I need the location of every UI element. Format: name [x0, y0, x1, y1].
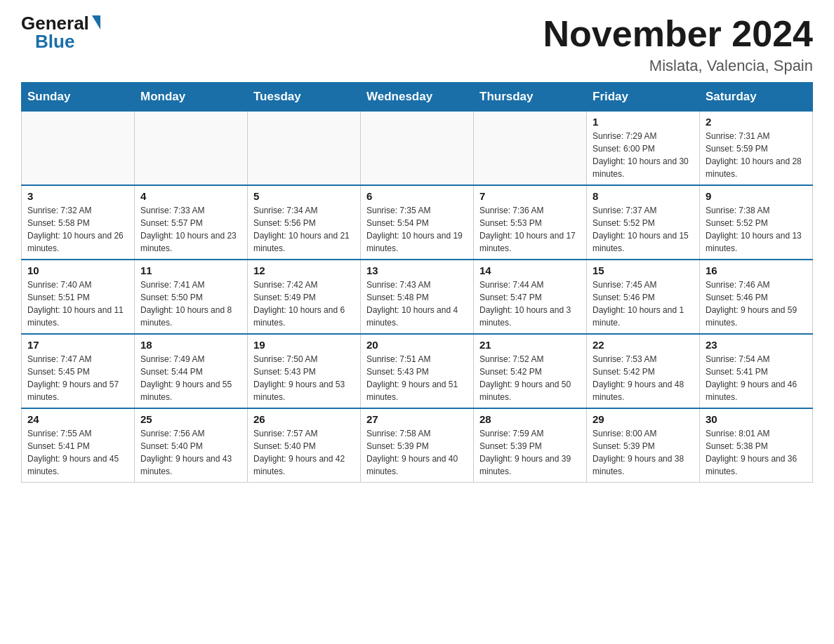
day-number: 4 [140, 190, 241, 202]
day-header-wednesday: Wednesday [361, 83, 474, 112]
day-header-monday: Monday [135, 83, 248, 112]
calendar-cell: 8Sunrise: 7:37 AMSunset: 5:52 PMDaylight… [587, 185, 700, 260]
day-info: Sunrise: 7:37 AMSunset: 5:52 PMDaylight:… [593, 204, 694, 255]
calendar-cell: 3Sunrise: 7:32 AMSunset: 5:58 PMDaylight… [22, 185, 135, 260]
logo-triangle-icon [92, 15, 100, 29]
calendar-cell: 20Sunrise: 7:51 AMSunset: 5:43 PMDayligh… [361, 334, 474, 408]
day-number: 2 [706, 116, 807, 128]
calendar-cell: 22Sunrise: 7:53 AMSunset: 5:42 PMDayligh… [587, 334, 700, 408]
day-info: Sunrise: 7:40 AMSunset: 5:51 PMDaylight:… [27, 279, 128, 329]
day-header-thursday: Thursday [474, 83, 587, 112]
day-info: Sunrise: 7:55 AMSunset: 5:41 PMDaylight:… [27, 427, 128, 478]
day-info: Sunrise: 7:51 AMSunset: 5:43 PMDaylight:… [366, 353, 468, 403]
title-section: November 2024 Mislata, Valencia, Spain [543, 14, 813, 75]
day-info: Sunrise: 7:29 AMSunset: 6:00 PMDaylight:… [593, 130, 694, 180]
day-number: 7 [479, 190, 581, 202]
day-info: Sunrise: 7:57 AMSunset: 5:40 PMDaylight:… [253, 427, 355, 478]
calendar-cell: 11Sunrise: 7:41 AMSunset: 5:50 PMDayligh… [135, 260, 248, 334]
day-number: 26 [253, 413, 355, 425]
calendar-cell: 9Sunrise: 7:38 AMSunset: 5:52 PMDaylight… [700, 185, 813, 260]
logo: General Blue [21, 14, 100, 51]
day-header-saturday: Saturday [700, 83, 813, 112]
day-info: Sunrise: 7:52 AMSunset: 5:42 PMDaylight:… [479, 353, 581, 403]
day-number: 28 [479, 413, 581, 425]
day-info: Sunrise: 7:38 AMSunset: 5:52 PMDaylight:… [706, 204, 807, 255]
calendar-cell: 24Sunrise: 7:55 AMSunset: 5:41 PMDayligh… [22, 408, 135, 483]
calendar-cell: 15Sunrise: 7:45 AMSunset: 5:46 PMDayligh… [587, 260, 700, 334]
calendar-cell [135, 112, 248, 186]
day-number: 13 [366, 264, 468, 276]
calendar-cell: 6Sunrise: 7:35 AMSunset: 5:54 PMDaylight… [361, 185, 474, 260]
calendar-cell: 30Sunrise: 8:01 AMSunset: 5:38 PMDayligh… [700, 408, 813, 483]
calendar-subtitle: Mislata, Valencia, Spain [543, 57, 813, 75]
calendar-cell [248, 112, 361, 186]
calendar-cell: 17Sunrise: 7:47 AMSunset: 5:45 PMDayligh… [22, 334, 135, 408]
day-number: 25 [140, 413, 241, 425]
calendar-cell [361, 112, 474, 186]
calendar-cell: 7Sunrise: 7:36 AMSunset: 5:53 PMDaylight… [474, 185, 587, 260]
calendar-cell: 26Sunrise: 7:57 AMSunset: 5:40 PMDayligh… [248, 408, 361, 483]
calendar-cell: 10Sunrise: 7:40 AMSunset: 5:51 PMDayligh… [22, 260, 135, 334]
logo-general-text: General [21, 14, 89, 32]
day-info: Sunrise: 7:41 AMSunset: 5:50 PMDaylight:… [140, 279, 241, 329]
calendar-cell: 27Sunrise: 7:58 AMSunset: 5:39 PMDayligh… [361, 408, 474, 483]
day-number: 16 [706, 264, 807, 276]
day-number: 8 [593, 190, 694, 202]
day-info: Sunrise: 7:56 AMSunset: 5:40 PMDaylight:… [140, 427, 241, 478]
calendar-cell: 1Sunrise: 7:29 AMSunset: 6:00 PMDaylight… [587, 112, 700, 186]
day-header-tuesday: Tuesday [248, 83, 361, 112]
day-info: Sunrise: 7:31 AMSunset: 5:59 PMDaylight:… [706, 130, 807, 180]
calendar-cell: 2Sunrise: 7:31 AMSunset: 5:59 PMDaylight… [700, 112, 813, 186]
day-number: 20 [366, 339, 468, 351]
day-number: 30 [706, 413, 807, 425]
day-info: Sunrise: 7:42 AMSunset: 5:49 PMDaylight:… [253, 279, 355, 329]
calendar-cell: 29Sunrise: 8:00 AMSunset: 5:39 PMDayligh… [587, 408, 700, 483]
calendar-cell: 23Sunrise: 7:54 AMSunset: 5:41 PMDayligh… [700, 334, 813, 408]
day-info: Sunrise: 7:49 AMSunset: 5:44 PMDaylight:… [140, 353, 241, 403]
day-info: Sunrise: 7:35 AMSunset: 5:54 PMDaylight:… [366, 204, 468, 255]
day-header-sunday: Sunday [22, 83, 135, 112]
calendar-cell: 12Sunrise: 7:42 AMSunset: 5:49 PMDayligh… [248, 260, 361, 334]
day-number: 19 [253, 339, 355, 351]
day-number: 14 [479, 264, 581, 276]
calendar-cell: 5Sunrise: 7:34 AMSunset: 5:56 PMDaylight… [248, 185, 361, 260]
day-number: 27 [366, 413, 468, 425]
day-number: 23 [706, 339, 807, 351]
week-row-3: 10Sunrise: 7:40 AMSunset: 5:51 PMDayligh… [22, 260, 813, 334]
week-row-5: 24Sunrise: 7:55 AMSunset: 5:41 PMDayligh… [22, 408, 813, 483]
day-headers-row: SundayMondayTuesdayWednesdayThursdayFrid… [22, 83, 813, 112]
calendar-cell [474, 112, 587, 186]
day-info: Sunrise: 7:44 AMSunset: 5:47 PMDaylight:… [479, 279, 581, 329]
day-number: 15 [593, 264, 694, 276]
calendar-cell: 18Sunrise: 7:49 AMSunset: 5:44 PMDayligh… [135, 334, 248, 408]
calendar-cell: 28Sunrise: 7:59 AMSunset: 5:39 PMDayligh… [474, 408, 587, 483]
day-number: 11 [140, 264, 241, 276]
day-info: Sunrise: 7:59 AMSunset: 5:39 PMDaylight:… [479, 427, 581, 478]
day-info: Sunrise: 7:47 AMSunset: 5:45 PMDaylight:… [27, 353, 128, 403]
week-row-4: 17Sunrise: 7:47 AMSunset: 5:45 PMDayligh… [22, 334, 813, 408]
day-number: 18 [140, 339, 241, 351]
logo-blue-text: Blue [35, 32, 74, 51]
day-info: Sunrise: 7:32 AMSunset: 5:58 PMDaylight:… [27, 204, 128, 255]
calendar-cell: 16Sunrise: 7:46 AMSunset: 5:46 PMDayligh… [700, 260, 813, 334]
calendar-cell: 21Sunrise: 7:52 AMSunset: 5:42 PMDayligh… [474, 334, 587, 408]
day-info: Sunrise: 7:45 AMSunset: 5:46 PMDaylight:… [593, 279, 694, 329]
day-number: 5 [253, 190, 355, 202]
week-row-1: 1Sunrise: 7:29 AMSunset: 6:00 PMDaylight… [22, 112, 813, 186]
day-number: 6 [366, 190, 468, 202]
day-info: Sunrise: 8:01 AMSunset: 5:38 PMDaylight:… [706, 427, 807, 478]
day-number: 12 [253, 264, 355, 276]
day-number: 22 [593, 339, 694, 351]
calendar-cell: 25Sunrise: 7:56 AMSunset: 5:40 PMDayligh… [135, 408, 248, 483]
calendar-cell: 13Sunrise: 7:43 AMSunset: 5:48 PMDayligh… [361, 260, 474, 334]
day-info: Sunrise: 7:34 AMSunset: 5:56 PMDaylight:… [253, 204, 355, 255]
calendar-cell: 19Sunrise: 7:50 AMSunset: 5:43 PMDayligh… [248, 334, 361, 408]
day-number: 3 [27, 190, 128, 202]
day-info: Sunrise: 7:54 AMSunset: 5:41 PMDaylight:… [706, 353, 807, 403]
week-row-2: 3Sunrise: 7:32 AMSunset: 5:58 PMDaylight… [22, 185, 813, 260]
day-info: Sunrise: 7:36 AMSunset: 5:53 PMDaylight:… [479, 204, 581, 255]
day-number: 24 [27, 413, 128, 425]
calendar-table: SundayMondayTuesdayWednesdayThursdayFrid… [21, 82, 813, 483]
page-header: General Blue November 2024 Mislata, Vale… [21, 14, 813, 75]
day-info: Sunrise: 7:58 AMSunset: 5:39 PMDaylight:… [366, 427, 468, 478]
